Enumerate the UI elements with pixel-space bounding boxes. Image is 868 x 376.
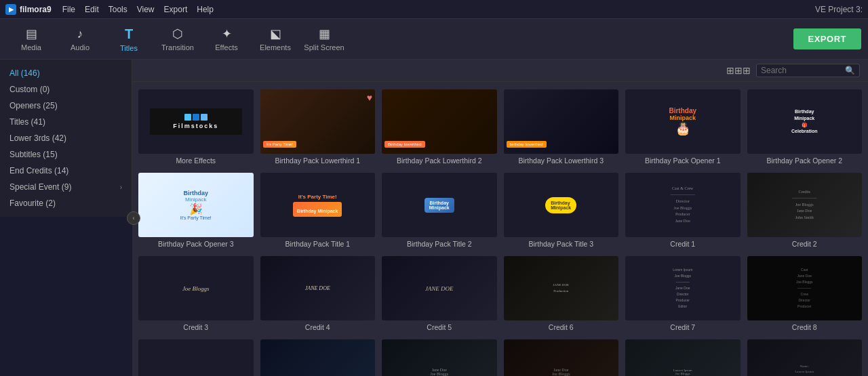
list-item[interactable]: Birthday Minipack 🎂 Birthday Pack Opener… [623,87,743,168]
sidebar: All (146) Custom (0) Openers (25) Titles… [0,60,132,217]
menu-edit[interactable]: Edit [85,5,99,14]
item-label: Birthday Pack Opener 1 [645,156,720,166]
thumbnail: Filmstocks [138,89,254,154]
menu-tools[interactable]: Tools [108,5,127,14]
thumbnail: Lauren IpsumJoe Bloggs [625,339,741,376]
splitscreen-icon: ▦ [319,26,330,41]
tool-media[interactable]: ▤ Media [7,20,56,58]
sidebar-item-all[interactable]: All (146) [0,65,132,81]
list-item[interactable]: It's Party Time! ♥ Birthday Pack Lowerth… [258,87,378,168]
item-label: Credit 6 [549,323,574,333]
list-item[interactable]: Filmstocks More Effects [136,87,256,168]
list-item[interactable]: BirthdayMinipack Birthday Pack Title 3 [502,171,621,251]
list-item[interactable]: Cast & Crew——————DirectorJoe BloggsProdu… [623,171,743,251]
thumbnail: Joe Bloggs [138,256,254,320]
thumbnail: Credits——————Joe BloggsJane DoeJohn Smit… [747,173,863,237]
list-item[interactable]: Jane DoeJoe Bloggs [502,337,621,376]
sidebar-item-openers[interactable]: Openers (25) [0,98,132,114]
list-item[interactable]: BirthdayMinipack Birthday Pack Title 2 [380,171,499,251]
sidebar-collapse-button[interactable]: ‹ [127,211,140,225]
list-item[interactable]: Lauren IpsumJoe Bloggs [623,337,743,376]
item-label: Credit 5 [427,323,452,333]
thumbnail: It's Party Time! Birthday Minipack [260,173,376,237]
thumbnail: It's Party Time! ♥ [260,89,376,154]
gallery-grid: Filmstocks More Effects It's Party Time!… [132,82,868,376]
item-label: More Effects [176,156,216,166]
effects-label: Effects [215,43,237,51]
transition-label: Transition [161,43,194,51]
thumbnail: Lorem IpsumJoe Bloggs————Jane DoeDirecto… [625,256,741,320]
list-item[interactable]: Lorem IpsumJoe Bloggs————Jane DoeDirecto… [623,254,743,335]
list-item[interactable]: birthday lowerthird Birthday Pack Lowert… [502,87,621,168]
titles-label: Titles [120,44,138,52]
main-content: All (146) Custom (0) Openers (25) Titles… [0,60,868,376]
list-item[interactable]: JANE DOE Credit 4 [258,254,378,335]
chevron-right-icon: › [120,184,122,191]
grid-view-icon[interactable]: ⊞⊞⊞ [726,65,751,76]
menu-items: File Edit Tools View Export Help [62,5,214,14]
list-item[interactable]: Birthday lowerthird Birthday Pack Lowert… [380,87,499,168]
menu-bar: ▶ filmora9 File Edit Tools View Export H… [0,0,868,19]
transition-icon: ⬡ [172,26,183,41]
menu-help[interactable]: Help [197,5,214,14]
sidebar-item-endcredits[interactable]: End Credits (14) [0,163,132,179]
thumbnail: JANE DOE [382,256,497,320]
list-item[interactable] [258,337,378,376]
list-item[interactable]: It's Party Time! Birthday Minipack Birth… [258,171,378,251]
list-item[interactable]: BirthdayMinipack🎁Celebration Birthday Pa… [745,87,865,168]
sidebar-item-lower3rds[interactable]: Lower 3rds (42) [0,130,132,146]
list-item[interactable]: Name:Lauren IpsumJoe Bloggs [745,337,865,376]
sidebar-item-titles[interactable]: Titles (41) [0,114,132,130]
tool-audio[interactable]: ♪ Audio [56,20,104,58]
menu-file[interactable]: File [62,5,75,14]
item-label: Birthday Pack Title 1 [285,240,350,249]
search-box: 🔍 [756,64,860,77]
item-label: Birthday Pack Lowerthird 1 [275,156,360,166]
item-label: Birthday Pack Title 2 [407,240,472,249]
list-item[interactable]: Birthday Minipack 🎉 It's Party Time! Bir… [136,171,256,251]
sidebar-item-specialevent[interactable]: Special Event (9) › [0,179,132,195]
list-item[interactable]: Joe Bloggs Credit 3 [136,254,256,335]
export-button[interactable]: EXPORT [793,28,861,49]
thumbnail: CastJane DoeJoe Bloggs————CrewDirectorPr… [747,256,863,320]
thumbnail: Birthday lowerthird [382,89,497,154]
item-label: Credit 8 [792,323,817,333]
thumbnail: Jane DoeJoe Bloggs [382,339,497,376]
item-label: Credit 3 [183,323,208,333]
list-item[interactable]: Credits——————Joe BloggsJane DoeJohn Smit… [745,171,865,251]
list-item[interactable]: Sizing [136,337,256,376]
thumbnail [260,339,376,376]
item-label: Birthday Pack Title 3 [528,240,593,249]
sidebar-item-subtitles[interactable]: Subtitles (15) [0,146,132,163]
splitscreen-label: Split Screen [304,43,344,51]
elements-label: Elements [260,43,291,51]
thumbnail: BirthdayMinipack [382,173,497,237]
tool-titles[interactable]: T Titles [104,20,153,58]
search-icon: 🔍 [845,66,855,75]
gallery-toolbar: ⊞⊞⊞ 🔍 [132,60,868,82]
tool-splitscreen[interactable]: ▦ Split Screen [300,20,349,58]
sidebar-item-custom[interactable]: Custom (0) [0,81,132,98]
logo-icon: ▶ [5,4,16,15]
thumbnail: birthday lowerthird [504,89,619,154]
list-item[interactable]: CastJane DoeJoe Bloggs————CrewDirectorPr… [745,254,865,335]
menu-export[interactable]: Export [164,5,188,14]
audio-label: Audio [71,43,90,51]
list-item[interactable]: Jane DoeJoe Bloggs [380,337,499,376]
tool-effects[interactable]: ✦ Effects [202,20,251,58]
item-label: Credit 4 [305,323,330,333]
search-input[interactable] [761,66,842,75]
sidebar-item-favourite[interactable]: Favourite (2) [0,195,132,211]
list-item[interactable]: JANE DOE Credit 5 [380,254,499,335]
gallery-area: ⊞⊞⊞ 🔍 Filmstocks [132,60,868,376]
thumbnail: Birthday Minipack 🎂 [625,89,741,154]
app-name: filmora9 [20,5,52,14]
list-item[interactable]: JANE DOEProduction Credit 6 [502,254,621,335]
tool-transition[interactable]: ⬡ Transition [153,20,202,58]
thumbnail: JANE DOEProduction [504,256,619,320]
menu-view[interactable]: View [137,5,155,14]
thumbnail: Birthday Minipack 🎉 It's Party Time! [138,173,254,237]
item-label: Credit 2 [792,240,817,249]
tool-elements[interactable]: ⬕ Elements [251,20,300,58]
sidebar-wrapper: All (146) Custom (0) Openers (25) Titles… [0,60,132,376]
